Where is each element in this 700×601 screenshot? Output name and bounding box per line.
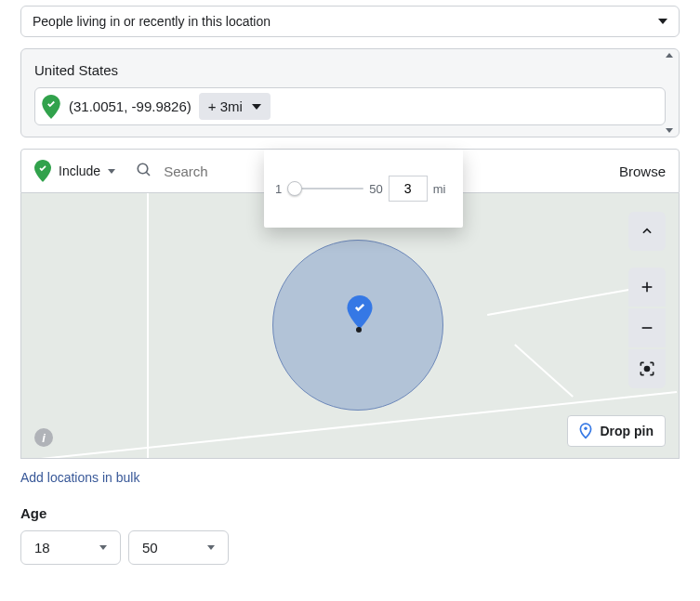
browse-button[interactable]: Browse <box>619 163 666 179</box>
map-road <box>514 344 574 398</box>
radius-max-label: 50 <box>369 182 382 196</box>
location-pin-icon <box>41 94 61 120</box>
pin-outline-icon <box>579 423 592 439</box>
radius-min-label: 1 <box>275 182 282 196</box>
chevron-down-icon <box>108 169 115 174</box>
zoom-in-button[interactable] <box>628 268 666 307</box>
svg-line-1 <box>146 172 150 176</box>
add-locations-bulk-link[interactable]: Add locations in bulk <box>20 470 139 485</box>
age-section-label: Age <box>20 505 680 521</box>
radius-slider[interactable] <box>287 179 363 198</box>
recenter-button[interactable] <box>628 349 666 388</box>
age-max-value: 50 <box>142 540 158 555</box>
map-collapse-button[interactable] <box>628 212 666 251</box>
zoom-out-button[interactable] <box>628 308 666 347</box>
chevron-down-icon <box>207 545 215 550</box>
radius-chip-label: + 3mi <box>208 98 243 114</box>
radius-unit-label: mi <box>433 182 446 196</box>
locations-panel: United States (31.0051, -99.9826) + 3mi <box>20 48 680 137</box>
age-max-dropdown[interactable]: 50 <box>128 530 229 565</box>
map-canvas[interactable]: i Drop pin <box>20 193 680 459</box>
audience-type-dropdown[interactable]: People living in or recently in this loc… <box>20 6 680 37</box>
include-label: Include <box>59 163 100 178</box>
drop-pin-label: Drop pin <box>600 424 654 438</box>
radius-input[interactable] <box>389 176 428 202</box>
audience-type-label: People living in or recently in this loc… <box>33 14 271 29</box>
chevron-down-icon <box>252 104 261 110</box>
svg-point-0 <box>138 163 148 174</box>
svg-point-5 <box>645 367 650 372</box>
location-country: United States <box>34 62 666 78</box>
info-icon[interactable]: i <box>34 428 53 447</box>
svg-point-6 <box>585 427 588 430</box>
location-chip-row: (31.0051, -99.9826) + 3mi <box>34 87 666 125</box>
scroll-up-icon[interactable] <box>666 53 673 58</box>
scroll-down-icon[interactable] <box>666 128 673 133</box>
radius-popover: 1 50 mi <box>264 150 463 228</box>
location-pin-icon <box>34 161 51 181</box>
age-min-dropdown[interactable]: 18 <box>20 530 121 565</box>
chevron-down-icon <box>658 19 667 24</box>
location-coordinates: (31.0051, -99.9826) <box>69 98 192 114</box>
slider-thumb[interactable] <box>287 181 302 196</box>
age-row: 18 50 <box>20 530 680 565</box>
search-icon <box>136 162 152 181</box>
age-min-value: 18 <box>34 540 50 555</box>
map-controls <box>628 212 666 388</box>
map-road <box>487 288 634 316</box>
map-pin-dot <box>356 327 362 333</box>
chevron-down-icon <box>99 545 107 550</box>
radius-chip[interactable]: + 3mi <box>199 93 271 120</box>
drop-pin-button[interactable]: Drop pin <box>567 415 666 447</box>
map-pin-icon <box>347 295 373 329</box>
map-road <box>147 193 149 458</box>
include-dropdown[interactable]: Include <box>34 161 115 181</box>
